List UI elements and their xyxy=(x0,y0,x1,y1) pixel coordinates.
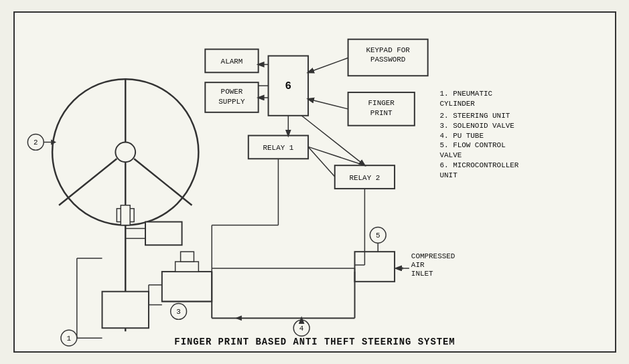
svg-rect-60 xyxy=(121,205,130,225)
legend-item-1b: CYLINDER xyxy=(439,100,475,108)
svg-rect-37 xyxy=(354,252,395,282)
relay2-label: RELAY 2 xyxy=(349,174,380,182)
svg-rect-17 xyxy=(175,262,198,272)
legend-item-6b: UNIT xyxy=(439,171,458,179)
svg-rect-16 xyxy=(161,272,211,302)
legend-item-1: 1. PNEUMATIC xyxy=(439,90,492,98)
svg-rect-11 xyxy=(102,292,148,329)
alarm-label: ALARM xyxy=(220,58,242,66)
label-2: 2 xyxy=(33,139,38,147)
fingerprint-label2: PRINT xyxy=(370,109,392,117)
legend-item-2: 2. STEERING UNIT xyxy=(439,112,510,120)
legend-item-5b: VALVE xyxy=(439,151,462,159)
compressed-air-label: COMPRESSED xyxy=(411,252,454,260)
label-4: 4 xyxy=(299,325,303,333)
relay1-label: RELAY 1 xyxy=(263,144,293,152)
svg-rect-18 xyxy=(180,252,194,262)
power-supply-label2: SUPPLY xyxy=(218,98,245,106)
svg-rect-23 xyxy=(145,222,182,246)
compressed-air-label2: AIR xyxy=(411,261,424,269)
compressed-air-label3: INLET xyxy=(411,270,433,278)
label-5: 5 xyxy=(375,232,380,240)
legend-item-5: 5. FLOW CONTROL xyxy=(439,141,505,149)
mc-label: 6 xyxy=(285,80,291,92)
label-3: 3 xyxy=(176,308,181,316)
diagram-title: FINGER PRINT BASED ANTI THEFT STEERING S… xyxy=(174,337,455,347)
legend-item-3: 3. SOLENOID VALVE xyxy=(439,122,514,130)
legend-item-4: 4. PU TUBE xyxy=(439,132,483,140)
fingerprint-label: FINGER xyxy=(368,99,395,107)
power-supply-label: POWER xyxy=(220,88,242,96)
legend-item-6: 6. MICROCONTROLLER xyxy=(439,161,518,169)
diagram-container: 2 1 3 xyxy=(13,11,616,353)
keypad-label: KEYPAD FOR xyxy=(366,46,410,54)
keypad-label2: PASSWORD xyxy=(370,56,405,64)
label-1: 1 xyxy=(66,335,71,343)
